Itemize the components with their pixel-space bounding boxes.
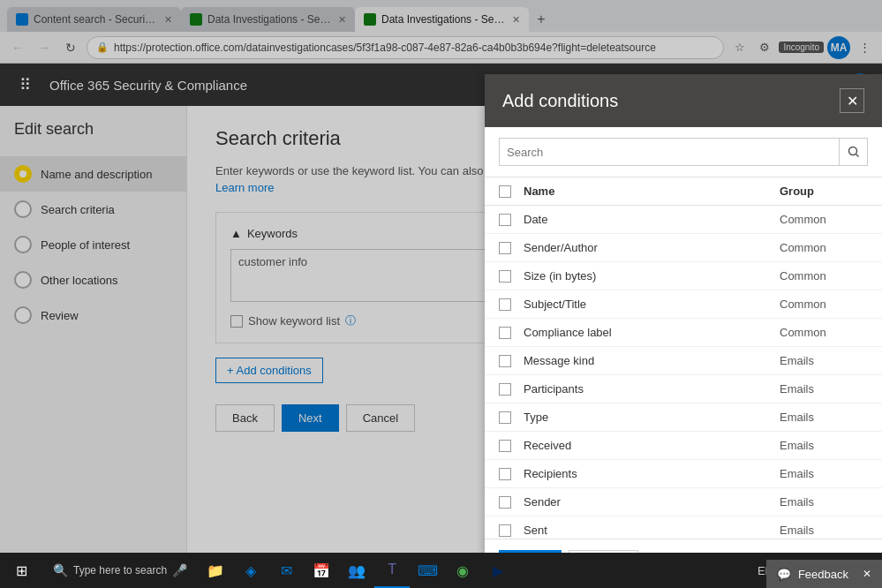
- condition-name: Size (in bytes): [524, 269, 780, 283]
- panel-title: Add conditions: [502, 91, 618, 111]
- condition-group: Common: [780, 269, 868, 283]
- taskbar-app-mail[interactable]: ✉: [268, 553, 304, 588]
- condition-group: Emails: [780, 495, 868, 509]
- condition-name: Subject/Title: [524, 298, 780, 311]
- row-checkbox[interactable]: [499, 298, 511, 311]
- feedback-label: Feedback: [798, 568, 848, 581]
- row-check-col: [499, 214, 524, 226]
- panel-header: Add conditions ✕: [485, 74, 882, 127]
- taskbar-app-people[interactable]: 👥: [339, 553, 374, 588]
- list-item[interactable]: Received Emails: [485, 432, 882, 460]
- taskbar-app-explorer[interactable]: 📁: [198, 553, 233, 588]
- feedback-icon: 💬: [777, 568, 791, 581]
- taskbar-app-powershell[interactable]: ▶: [480, 553, 516, 588]
- column-header-name: Name: [524, 185, 780, 198]
- list-item[interactable]: Message kind Emails: [485, 347, 882, 375]
- taskbar-app-edge[interactable]: ◈: [233, 553, 268, 588]
- condition-name: Type: [524, 411, 780, 424]
- row-checkbox[interactable]: [499, 524, 511, 537]
- condition-group: Emails: [780, 354, 868, 367]
- list-item[interactable]: Recipients Emails: [485, 460, 882, 488]
- row-checkbox[interactable]: [499, 496, 511, 509]
- condition-name: Received: [524, 439, 780, 452]
- condition-name: Recipients: [524, 467, 780, 480]
- list-item[interactable]: Size (in bytes) Common: [485, 262, 882, 290]
- taskbar-search-icon: 🔍: [53, 563, 68, 577]
- taskbar-search[interactable]: 🔍 Type here to search 🎤: [42, 553, 198, 588]
- row-check-col: [499, 298, 524, 311]
- panel-close-button[interactable]: ✕: [840, 88, 864, 113]
- svg-line-1: [856, 155, 858, 157]
- taskbar-apps: 📁 ◈ ✉ 📅 👥 T ⌨ ◉ ▶: [198, 553, 516, 588]
- row-check-col: [499, 270, 524, 283]
- condition-group: Emails: [780, 382, 868, 396]
- row-checkbox[interactable]: [499, 468, 511, 480]
- row-checkbox[interactable]: [499, 355, 511, 367]
- conditions-list: Date Common Sender/Author Common Size (i…: [485, 206, 882, 539]
- condition-name: Sent: [524, 524, 780, 537]
- list-item[interactable]: Sent Emails: [485, 516, 882, 539]
- condition-name: Compliance label: [524, 326, 780, 339]
- condition-name: Participants: [524, 382, 780, 396]
- condition-group: Common: [780, 326, 868, 339]
- condition-name: Sender/Author: [524, 241, 780, 254]
- condition-name: Date: [524, 213, 780, 226]
- header-checkbox[interactable]: [499, 185, 511, 198]
- condition-group: Emails: [780, 467, 868, 480]
- list-item[interactable]: Subject/Title Common: [485, 290, 882, 319]
- taskbar-search-text: Type here to search: [73, 564, 167, 577]
- search-button[interactable]: [839, 139, 867, 165]
- row-check-col: [499, 524, 524, 537]
- taskbar-app-chrome[interactable]: ◉: [445, 553, 480, 588]
- search-input[interactable]: [500, 139, 839, 165]
- condition-group: Common: [780, 241, 868, 254]
- column-header-group: Group: [780, 185, 868, 198]
- panel-table-header: Name Group: [485, 177, 882, 206]
- row-check-col: [499, 355, 524, 367]
- row-check-col: [499, 383, 524, 396]
- row-checkbox[interactable]: [499, 411, 511, 424]
- feedback-button[interactable]: 💬 Feedback ✕: [766, 560, 882, 588]
- row-checkbox[interactable]: [499, 270, 511, 283]
- condition-group: Common: [780, 298, 868, 311]
- list-item[interactable]: Sender/Author Common: [485, 234, 882, 262]
- row-check-col: [499, 327, 524, 339]
- mic-icon: 🎤: [172, 563, 187, 577]
- taskbar-app-vscode[interactable]: ⌨: [410, 553, 445, 588]
- row-checkbox[interactable]: [499, 214, 511, 226]
- taskbar-app-teams[interactable]: T: [374, 553, 410, 588]
- condition-group: Common: [780, 213, 868, 226]
- row-check-col: [499, 440, 524, 452]
- taskbar: ⊞ 🔍 Type here to search 🎤 📁 ◈ ✉ 📅 👥 T ⌨ …: [0, 553, 882, 588]
- row-checkbox[interactable]: [499, 440, 511, 452]
- windows-icon: ⊞: [16, 562, 27, 579]
- row-check-col: [499, 242, 524, 254]
- list-item[interactable]: Date Common: [485, 206, 882, 234]
- add-conditions-panel: Add conditions ✕ Name Group Date Com: [485, 74, 882, 588]
- row-checkbox[interactable]: [499, 242, 511, 254]
- header-check-col: [499, 185, 524, 198]
- svg-point-0: [848, 147, 856, 155]
- list-item[interactable]: Compliance label Common: [485, 319, 882, 347]
- list-item[interactable]: Type Emails: [485, 403, 882, 432]
- feedback-close-icon[interactable]: ✕: [863, 568, 871, 580]
- condition-group: Emails: [780, 439, 868, 452]
- row-check-col: [499, 411, 524, 424]
- row-check-col: [499, 496, 524, 509]
- search-input-wrap: [499, 138, 868, 166]
- row-check-col: [499, 468, 524, 480]
- condition-group: Emails: [780, 411, 868, 424]
- row-checkbox[interactable]: [499, 383, 511, 396]
- row-checkbox[interactable]: [499, 327, 511, 339]
- condition-name: Message kind: [524, 354, 780, 367]
- condition-name: Sender: [524, 495, 780, 509]
- start-button[interactable]: ⊞: [0, 553, 42, 588]
- condition-group: Emails: [780, 524, 868, 537]
- taskbar-app-calendar[interactable]: 📅: [304, 553, 339, 588]
- list-item[interactable]: Participants Emails: [485, 375, 882, 403]
- list-item[interactable]: Sender Emails: [485, 488, 882, 516]
- panel-search: [485, 127, 882, 177]
